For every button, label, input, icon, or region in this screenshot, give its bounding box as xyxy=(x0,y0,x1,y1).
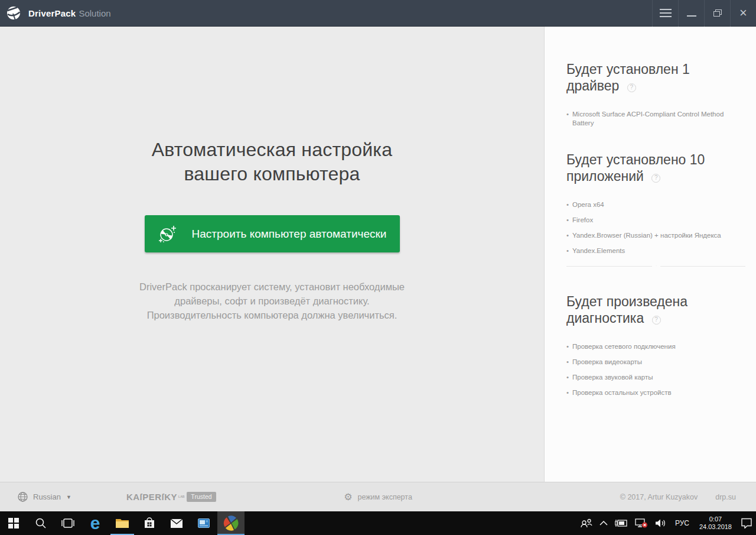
apps-help-icon[interactable]: ? xyxy=(651,174,660,183)
drivers-list: Microsoft Surface ACPI-Compliant Control… xyxy=(566,107,745,131)
list-item: Yandex.Browser (Russian) + настройки Янд… xyxy=(566,228,745,244)
windows-taskbar: e xyxy=(0,511,756,535)
apps-section-heading: Будет установлено 10 приложений xyxy=(566,152,705,184)
menu-button[interactable] xyxy=(652,0,678,27)
system-tray: РУС 0:07 24.03.2018 xyxy=(577,511,756,535)
close-button[interactable]: × xyxy=(730,0,756,27)
search-icon xyxy=(35,517,47,529)
clock-date: 24.03.2018 xyxy=(699,523,732,531)
volume-button[interactable] xyxy=(651,511,670,535)
main-area: Автоматическая настройка вашего компьюте… xyxy=(0,27,544,482)
list-item: Firefox xyxy=(566,213,745,228)
site-link[interactable]: drp.su xyxy=(715,493,736,501)
footer-credits: © 2017, Artur Kuzyakov drp.su xyxy=(620,493,736,501)
minimize-icon xyxy=(687,15,696,17)
driverpack-pinwheel-icon xyxy=(223,515,239,531)
restore-button[interactable] xyxy=(704,0,730,27)
list-item: Проверка звуковой карты xyxy=(566,370,745,385)
mail-envelope-icon xyxy=(170,518,183,528)
expert-mode-toggle[interactable]: ⚙ режим эксперта xyxy=(344,491,412,502)
store-button[interactable] xyxy=(136,511,163,535)
globe-icon xyxy=(18,492,28,502)
diagnostics-list: Проверка сетевого подключения Проверка в… xyxy=(566,339,745,401)
chevron-up-icon xyxy=(599,521,608,526)
list-item: Проверка сетевого подключения xyxy=(566,339,745,355)
input-language-indicator[interactable]: РУС xyxy=(670,511,694,535)
apps-list-expander[interactable] xyxy=(566,266,745,274)
taskbar-search-button[interactable] xyxy=(27,511,54,535)
list-item: Opera x64 xyxy=(566,197,745,213)
diagnostics-section-heading: Будет произведена диагностика xyxy=(566,294,687,326)
task-view-icon xyxy=(61,518,75,528)
auto-setup-button[interactable]: Настроить компьютер автоматически xyxy=(145,215,400,252)
speaker-icon xyxy=(655,518,667,528)
driverpack-window: DriverPack Solution × Автоматическая нас… xyxy=(0,0,756,535)
list-item: Проверка видеокарты xyxy=(566,355,745,370)
disc-sparkle-icon xyxy=(158,224,178,244)
minimize-button[interactable] xyxy=(678,0,704,27)
battery-status[interactable] xyxy=(611,511,631,535)
battery-charging-icon xyxy=(615,519,628,527)
network-disconnected-icon xyxy=(635,518,648,528)
driverpack-taskbar-button[interactable] xyxy=(217,511,245,535)
expert-mode-label: режим эксперта xyxy=(357,493,412,501)
titlebar: DriverPack Solution × xyxy=(0,0,756,27)
summary-sidebar: Будет установлен 1 драйвер ? Microsoft S… xyxy=(544,27,756,482)
driverpack-logo-icon xyxy=(6,5,21,21)
clock-time: 0:07 xyxy=(699,515,732,523)
task-view-button[interactable] xyxy=(54,511,82,535)
action-center-icon xyxy=(741,518,752,528)
app-title-suffix: Solution xyxy=(79,8,110,18)
edge-browser-button[interactable]: e xyxy=(82,511,109,535)
apps-list: Opera x64 Firefox Yandex.Browser (Russia… xyxy=(566,197,745,259)
legacy-app-button[interactable] xyxy=(190,511,217,535)
list-item: Microsoft Surface ACPI-Compliant Control… xyxy=(566,107,745,131)
apps-section: Будет установлено 10 приложений ? Opera … xyxy=(566,151,745,274)
people-icon xyxy=(581,518,592,528)
hamburger-icon xyxy=(660,7,672,20)
file-explorer-button[interactable] xyxy=(109,511,136,535)
page-title: Автоматическая настройка вашего компьюте… xyxy=(131,138,414,186)
legacy-app-icon xyxy=(198,518,210,528)
edge-icon: e xyxy=(90,515,100,531)
language-caret-icon: ▼ xyxy=(66,494,71,500)
chevron-down-icon xyxy=(652,264,660,268)
windows-logo-icon xyxy=(8,518,19,528)
diagnostics-help-icon[interactable]: ? xyxy=(652,316,661,325)
main-description: DriverPack просканирует систему, установ… xyxy=(129,280,415,322)
kaspersky-trusted-badge: KAſPERſKY LAB Trusted xyxy=(126,492,216,502)
diagnostics-section: Будет произведена диагностика ? Проверка… xyxy=(566,293,745,401)
close-icon: × xyxy=(739,7,747,19)
list-item: Yandex.Elements xyxy=(566,244,745,259)
list-item: Проверка остальных устройств xyxy=(566,385,745,401)
drivers-help-icon[interactable]: ? xyxy=(627,83,636,92)
store-bag-icon xyxy=(143,517,156,530)
auto-setup-button-label: Настроить компьютер автоматически xyxy=(192,228,387,241)
tray-expand-button[interactable] xyxy=(596,511,611,535)
restore-icon xyxy=(713,9,722,17)
mail-button[interactable] xyxy=(163,511,190,535)
footer-bar: Russian ▼ KAſPERſKY LAB Trusted ⚙ режим … xyxy=(0,482,756,511)
gear-icon: ⚙ xyxy=(344,491,352,502)
language-label: Russian xyxy=(33,492,61,501)
drivers-section: Будет установлен 1 драйвер ? Microsoft S… xyxy=(566,61,745,131)
copyright-text: © 2017, Artur Kuzyakov xyxy=(620,493,698,501)
kaspersky-lab-text: LAB xyxy=(178,495,184,498)
taskbar-clock[interactable]: 0:07 24.03.2018 xyxy=(694,511,737,535)
language-selector[interactable]: Russian ▼ xyxy=(18,492,71,502)
network-status[interactable] xyxy=(631,511,651,535)
people-button[interactable] xyxy=(577,511,596,535)
action-center-button[interactable] xyxy=(737,511,756,535)
kaspersky-logo-text: KAſPERſKY xyxy=(126,492,177,502)
app-title-brand: DriverPack xyxy=(28,8,76,18)
start-button[interactable] xyxy=(0,511,27,535)
folder-icon xyxy=(115,517,129,529)
trusted-label: Trusted xyxy=(187,492,216,502)
